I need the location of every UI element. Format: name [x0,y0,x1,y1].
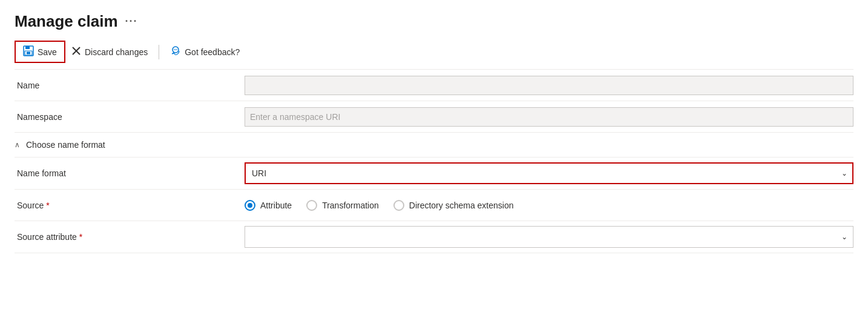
namespace-label: Namespace [15,112,245,122]
toolbar-divider [159,45,159,59]
name-label: Name [15,81,245,90]
source-attribute-row: Source attribute * ⌄ [15,221,853,253]
feedback-button[interactable]: Got feedback? [164,42,246,61]
source-attribute-select[interactable] [245,226,853,248]
svg-rect-3 [27,52,30,55]
feedback-icon [170,46,181,58]
manage-claim-page: Manage claim ··· Save Discar [0,0,868,332]
name-control [245,76,853,95]
discard-icon [71,46,81,58]
directory-radio-label: Directory schema extension [409,201,514,210]
transformation-radio-circle[interactable] [306,200,317,211]
attribute-radio-label: Attribute [260,201,292,210]
name-row: Name [15,70,853,101]
source-attribute-select-wrapper: ⌄ [245,226,853,248]
source-attribute-label: Source attribute * [15,232,245,242]
source-radio-group: Attribute Transformation Directory schem… [245,200,514,211]
source-required-star: * [46,201,49,210]
discard-changes-button[interactable]: Discard changes [65,42,154,61]
directory-radio-circle[interactable] [393,200,404,211]
ellipsis-menu[interactable]: ··· [125,15,138,28]
save-label: Save [38,47,57,57]
source-attribute-control: ⌄ [245,226,853,248]
collapse-chevron-icon: ∧ [15,141,20,149]
save-button[interactable]: Save [15,41,65,63]
svg-point-7 [174,49,175,50]
choose-name-format-section[interactable]: ∧ Choose name format [15,133,853,158]
source-attribute-option[interactable]: Attribute [245,200,292,211]
name-format-label: Name format [15,168,245,178]
name-format-control: URI Basic Email Unspecified Windows qual… [245,162,853,184]
attribute-radio-circle[interactable] [245,200,255,211]
discard-label: Discard changes [85,47,148,57]
source-directory-option[interactable]: Directory schema extension [393,200,514,211]
page-header: Manage claim ··· [15,12,853,31]
name-format-select-wrapper: URI Basic Email Unspecified Windows qual… [245,162,853,184]
feedback-label: Got feedback? [185,47,240,57]
svg-point-9 [176,49,177,50]
source-transformation-option[interactable]: Transformation [306,200,379,211]
save-icon [23,45,34,58]
attribute-radio-dot [248,203,252,208]
namespace-row: Namespace [15,101,853,133]
form: Name Namespace ∧ Choose name format Name… [15,70,853,253]
page-title: Manage claim [15,12,118,31]
source-label: Source * [15,201,245,210]
name-format-select[interactable]: URI Basic Email Unspecified Windows qual… [245,162,853,184]
source-attribute-required-star: * [79,232,82,242]
svg-rect-1 [25,46,30,49]
namespace-control [245,107,853,127]
name-format-row: Name format URI Basic Email Unspecified … [15,158,853,190]
svg-point-8 [175,49,176,50]
toolbar: Save Discard changes [15,41,853,70]
transformation-radio-label: Transformation [322,201,379,210]
namespace-input[interactable] [245,107,853,127]
source-control: Attribute Transformation Directory schem… [245,200,853,211]
source-row: Source * Attribute Transformation [15,190,853,221]
name-input[interactable] [245,76,853,95]
choose-name-format-label: Choose name format [26,140,105,150]
